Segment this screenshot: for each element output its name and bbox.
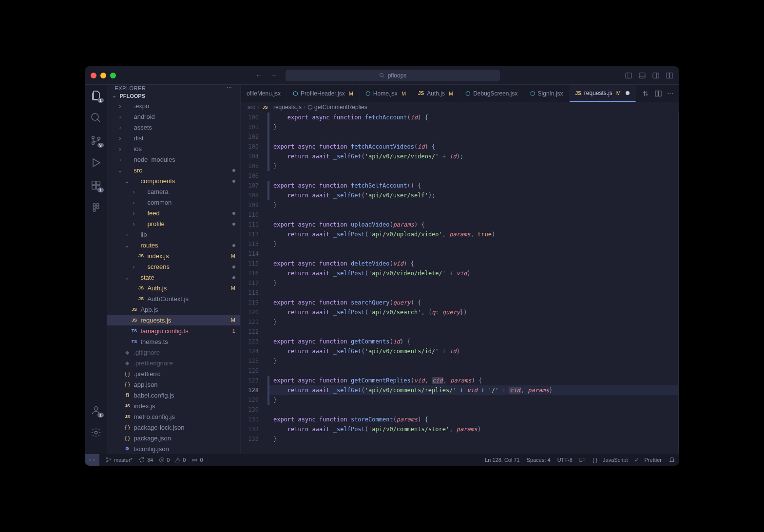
nav-back-button[interactable]: ← bbox=[252, 71, 265, 80]
activity-search[interactable] bbox=[90, 112, 102, 124]
indent-button[interactable]: Spaces: 4 bbox=[527, 457, 551, 463]
prettier-button[interactable]: ✓ Prettier bbox=[634, 457, 662, 463]
tab-more-button[interactable]: ⋯ bbox=[667, 90, 673, 97]
folder-node_modules[interactable]: ›node_modules bbox=[107, 154, 240, 165]
svg-point-30 bbox=[106, 461, 107, 462]
svg-point-12 bbox=[92, 136, 94, 139]
maximize-window-button[interactable] bbox=[110, 73, 116, 78]
radio-button[interactable]: 0 bbox=[191, 457, 203, 463]
branch-button[interactable]: master* bbox=[105, 456, 133, 463]
folder-src[interactable]: ⌄src bbox=[107, 165, 240, 175]
file-metro-config-js[interactable]: JSmetro.config.js bbox=[107, 411, 240, 422]
minimap[interactable] bbox=[678, 113, 679, 454]
sync-button[interactable]: 34 bbox=[138, 456, 153, 463]
file-package-json[interactable]: { }package.json bbox=[107, 433, 240, 443]
command-center-search[interactable]: pfloops bbox=[286, 70, 500, 81]
activity-debug[interactable] bbox=[90, 157, 102, 169]
breadcrumb[interactable]: src › JS requests.js › ⬡ getCommentRepli… bbox=[241, 102, 679, 113]
encoding-button[interactable]: UTF-8 bbox=[557, 457, 573, 463]
file-babel-config-js[interactable]: Bbabel.config.js bbox=[107, 390, 240, 400]
code-content[interactable]: export async function fetchAccount(id) {… bbox=[269, 113, 679, 454]
file-package-lock-json[interactable]: { }package-lock.json bbox=[107, 422, 240, 433]
radio-icon bbox=[191, 457, 198, 463]
file-tsconfig-json[interactable]: ⚙tsconfig.json bbox=[107, 443, 240, 454]
explorer-more-button[interactable]: ⋯ bbox=[227, 85, 232, 91]
folder-common[interactable]: ›common bbox=[107, 197, 240, 208]
file-Auth-js[interactable]: JSAuth.jsM bbox=[107, 283, 240, 293]
folder-camera[interactable]: ›camera bbox=[107, 186, 240, 197]
svg-line-1 bbox=[382, 76, 384, 77]
project-header[interactable]: ⌄ PFLOOPS bbox=[107, 91, 240, 100]
svg-point-25 bbox=[94, 407, 97, 410]
folder-components[interactable]: ⌄components bbox=[107, 175, 240, 186]
nav-forward-button[interactable]: → bbox=[267, 71, 280, 80]
file-themes-ts[interactable]: TSthemes.ts bbox=[107, 336, 240, 347]
file-AuthContext-js[interactable]: JSAuthContext.js bbox=[107, 293, 240, 304]
code-editor[interactable]: 1001011021031041051061071081091101111121… bbox=[241, 113, 679, 454]
compare-icon[interactable] bbox=[642, 90, 649, 97]
folder-android[interactable]: ›android bbox=[107, 111, 240, 122]
cursor-position[interactable]: Ln 128, Col 71 bbox=[485, 457, 520, 463]
panel-bottom-icon[interactable] bbox=[638, 72, 646, 79]
editor-tabs: ofileMenu.jsx⬡ ProfileHeader.jsxM⬡ Home.… bbox=[241, 85, 679, 102]
svg-point-31 bbox=[110, 458, 111, 459]
search-text: pfloops bbox=[388, 72, 407, 79]
tab-Auth-js[interactable]: JS Auth.jsM bbox=[412, 85, 459, 102]
activity-account[interactable]: 1 bbox=[90, 404, 102, 416]
sync-icon bbox=[138, 456, 145, 463]
folder-feed[interactable]: ›feed bbox=[107, 208, 240, 218]
folder-profile[interactable]: ›profile bbox=[107, 218, 240, 229]
activity-settings[interactable] bbox=[90, 427, 102, 438]
status-left: master* 34 0 0 0 bbox=[89, 454, 203, 466]
language-button[interactable]: { } JavaScript bbox=[592, 457, 628, 463]
explorer-title: EXPLORER bbox=[115, 85, 146, 91]
notifications-button[interactable] bbox=[668, 456, 675, 463]
svg-rect-19 bbox=[96, 181, 100, 185]
tab-ProfileHeader-jsx[interactable]: ⬡ ProfileHeader.jsxM bbox=[287, 85, 360, 102]
folder-screens[interactable]: ›screens bbox=[107, 261, 240, 272]
titlebar-right bbox=[625, 72, 673, 79]
editor-area: ofileMenu.jsx⬡ ProfileHeader.jsxM⬡ Home.… bbox=[241, 85, 679, 454]
folder-routes[interactable]: ⌄routes bbox=[107, 240, 240, 250]
tab-Home-jsx[interactable]: ⬡ Home.jsxM bbox=[360, 85, 412, 102]
file-App-js[interactable]: JSApp.js bbox=[107, 304, 240, 315]
figma-icon bbox=[91, 203, 101, 212]
eol-button[interactable]: LF bbox=[579, 457, 586, 463]
file-index-js[interactable]: JSindex.jsM bbox=[107, 250, 240, 261]
search-icon bbox=[90, 112, 102, 124]
tab-requests-js[interactable]: JS requests.jsM bbox=[570, 85, 636, 102]
activity-scm[interactable]: 9 bbox=[90, 134, 102, 146]
file--gitignore[interactable]: ◆.gitignore bbox=[107, 347, 240, 358]
file-tamagui-config-ts[interactable]: TStamagui.config.ts1 bbox=[107, 325, 240, 336]
folder-state[interactable]: ⌄state bbox=[107, 272, 240, 283]
folder-lib[interactable]: ›lib bbox=[107, 229, 240, 240]
activity-explorer[interactable]: 1 bbox=[90, 90, 102, 101]
folder-dist[interactable]: ›dist bbox=[107, 133, 240, 143]
file--prettierignore[interactable]: ◆.prettierignore bbox=[107, 358, 240, 368]
minimize-window-button[interactable] bbox=[100, 73, 106, 78]
folder-assets[interactable]: ›assets bbox=[107, 122, 240, 133]
svg-point-24 bbox=[93, 209, 96, 211]
svg-point-0 bbox=[380, 73, 383, 76]
file--prettierrc[interactable]: { }.prettierrc bbox=[107, 368, 240, 379]
file-app-json[interactable]: { }app.json bbox=[107, 379, 240, 390]
svg-rect-27 bbox=[655, 91, 658, 96]
folder--expo[interactable]: ›.expo bbox=[107, 100, 240, 111]
tab-DebugScreen-jsx[interactable]: ⬡ DebugScreen.jsx bbox=[459, 85, 524, 102]
panel-left-icon[interactable] bbox=[625, 72, 632, 79]
chevron-down-icon: ⌄ bbox=[111, 93, 117, 99]
svg-point-36 bbox=[194, 459, 195, 460]
problems-button[interactable]: 0 0 bbox=[159, 457, 186, 463]
folder-ios[interactable]: ›ios bbox=[107, 143, 240, 154]
tab-ofileMenu-jsx[interactable]: ofileMenu.jsx bbox=[241, 85, 287, 102]
split-icon[interactable] bbox=[654, 90, 662, 97]
layout-icon[interactable] bbox=[666, 72, 673, 79]
close-window-button[interactable] bbox=[91, 73, 96, 78]
tab-SignIn-jsx[interactable]: ⬡ SignIn.jsx bbox=[524, 85, 570, 102]
file-requests-js[interactable]: JSrequests.jsM bbox=[107, 315, 240, 325]
activity-figma[interactable] bbox=[90, 202, 102, 213]
remote-button[interactable] bbox=[85, 454, 99, 466]
panel-right-icon[interactable] bbox=[652, 72, 660, 79]
activity-extensions[interactable]: 1 bbox=[90, 179, 102, 191]
file-index-js[interactable]: JSindex.js bbox=[107, 400, 240, 411]
